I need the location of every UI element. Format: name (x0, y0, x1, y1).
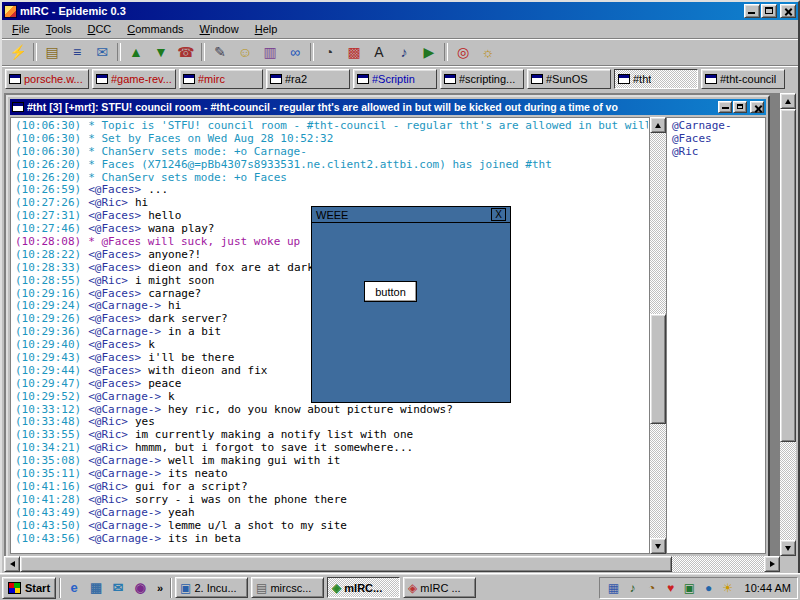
display-settings-icon[interactable]: ▦ (606, 580, 622, 596)
nicklist-item[interactable]: @Carnage- (672, 119, 765, 132)
menubar: File Tools DCC Commands Window Help (2, 20, 798, 39)
message-text: in a bit (168, 325, 221, 338)
maximize-button[interactable] (761, 4, 777, 18)
switchbar-porsche[interactable]: porsche.w... (5, 69, 89, 89)
message-timestamp: (10:33:55) (15, 428, 81, 441)
chat-vertical-scrollbar[interactable] (650, 117, 666, 554)
multimedia-icon[interactable]: ▶ (417, 41, 441, 63)
main-titlebar[interactable]: mIRC - Epidemic 0.3 (2, 2, 798, 20)
channel-close-button[interactable] (750, 101, 764, 113)
chat-area[interactable]: (10:06:30)* Topic is 'STFU! council room… (10, 117, 650, 554)
internet-explorer-icon[interactable]: e (64, 578, 84, 598)
picture-window-weee: WEEE X button (311, 206, 511, 403)
get-file-icon[interactable]: ▼ (149, 41, 173, 63)
nicklist-item[interactable]: @Ric (672, 145, 765, 158)
toolbar-button[interactable] (199, 41, 207, 63)
network-icon[interactable]: ▣ (682, 580, 698, 596)
taskbar-clock[interactable]: 10:44 AM (745, 582, 791, 594)
minimize-button[interactable] (744, 4, 760, 18)
mirc-app-icon (4, 5, 17, 18)
connect-icon[interactable]: ⚡ (6, 41, 30, 63)
task-mirc-active[interactable]: ◈ mIRC... (327, 577, 400, 598)
message-nick: <@Faces> (88, 248, 141, 261)
toolbar-button[interactable] (115, 41, 123, 63)
picture-window-button[interactable]: button (364, 281, 417, 302)
script-editor-icon[interactable]: ✎ (208, 41, 232, 63)
message-nick: <@Carnage-> (88, 467, 161, 480)
address-book-icon[interactable]: ▥ (258, 41, 282, 63)
nicklist-item[interactable]: @Faces (672, 132, 765, 145)
send-file-icon[interactable]: ▲ (124, 41, 148, 63)
channel-title: #tht [3] [+mrt]: STFU! council room - #t… (27, 101, 711, 113)
switchbar-scriptin[interactable]: #Scriptin (353, 69, 437, 89)
outlook-express-icon[interactable]: ✉ (108, 578, 128, 598)
timer-icon[interactable]: ◔ (317, 41, 341, 63)
query-icon[interactable]: ✉ (90, 41, 114, 63)
menu-dcc[interactable]: DCC (79, 21, 119, 37)
scroll-thumb[interactable] (780, 109, 796, 442)
font-icon[interactable]: A (367, 41, 391, 63)
task-incoming[interactable]: ▣ 2. Incu... (175, 577, 248, 598)
channel-minimize-button[interactable] (718, 101, 732, 113)
close-button[interactable] (780, 4, 796, 18)
task-mirc-script[interactable]: ▤ mircsc... (251, 577, 324, 598)
volume-icon[interactable]: ♪ (625, 580, 641, 596)
toolbar-button[interactable] (31, 41, 39, 63)
scroll-thumb[interactable] (650, 314, 666, 424)
task-mirc-2[interactable]: ◈ mIRC ... (403, 577, 476, 598)
switchbar-mirc[interactable]: #mirc (179, 69, 263, 89)
message-text: sorry - i was on the phone there (135, 493, 347, 506)
message-timestamp: (10:29:16) (15, 287, 81, 300)
help-icon[interactable]: ◎ (451, 41, 475, 63)
channels-list-icon[interactable]: ≡ (65, 41, 89, 63)
scroll-up-button[interactable] (650, 117, 666, 133)
picture-window-close-button[interactable]: X (491, 208, 506, 221)
options-icon[interactable]: ▤ (40, 41, 64, 63)
scroll-left-button[interactable] (4, 556, 20, 572)
messenger-icon[interactable]: ● (701, 580, 717, 596)
menu-commands[interactable]: Commands (119, 21, 191, 37)
scroll-down-button[interactable] (650, 538, 666, 554)
switchbar-ra2[interactable]: #ra2 (266, 69, 350, 89)
colors-icon[interactable]: ▩ (342, 41, 366, 63)
scroll-up-button[interactable] (780, 93, 796, 109)
toolbar-button[interactable] (308, 41, 316, 63)
menu-tools[interactable]: Tools (38, 21, 80, 37)
message-text: * Set by Faces on Wed Aug 28 10:52:32 (88, 132, 333, 145)
notify-list-icon[interactable]: ☺ (233, 41, 257, 63)
channel-titlebar[interactable]: #tht [3] [+mrt]: STFU! council room - #t… (10, 99, 766, 115)
sound-icon[interactable]: ♪ (392, 41, 416, 63)
menu-help[interactable]: Help (247, 21, 286, 37)
mdi-horizontal-scrollbar[interactable] (4, 556, 780, 572)
scheduler-icon[interactable]: ◔ (644, 580, 660, 596)
tips-icon[interactable]: ☼ (476, 41, 500, 63)
updates-icon[interactable]: ☀ (720, 580, 736, 596)
message-nick: <@Ric> (88, 428, 128, 441)
switchbar-label: #ra2 (285, 73, 307, 85)
switchbar-label: #game-rev... (111, 73, 172, 85)
dcc-chat-icon[interactable]: ☎ (174, 41, 198, 63)
mdi-vertical-scrollbar[interactable] (780, 93, 796, 556)
message-text: ... (148, 183, 168, 196)
taskbar-divider (59, 578, 61, 598)
menu-file[interactable]: File (4, 21, 38, 37)
scroll-down-button[interactable] (780, 540, 796, 556)
switchbar-tht[interactable]: #tht (614, 69, 698, 89)
start-button[interactable]: Start (2, 577, 56, 599)
switchbar-sunos[interactable]: #SunOS (527, 69, 611, 89)
quick-launch-overflow-chevron[interactable]: » (153, 578, 167, 598)
media-player-icon[interactable]: ◉ (130, 578, 150, 598)
channel-maximize-button[interactable] (733, 101, 747, 113)
switchbar-tht-council[interactable]: #tht-council (701, 69, 785, 89)
switchbar-game-rev[interactable]: #game-rev... (92, 69, 176, 89)
picture-window-titlebar[interactable]: WEEE X (312, 207, 510, 223)
url-list-icon[interactable]: ∞ (283, 41, 307, 63)
scroll-thumb[interactable] (20, 556, 672, 572)
show-desktop-icon[interactable]: ▦ (86, 578, 106, 598)
antivirus-icon[interactable]: ♥ (663, 580, 679, 596)
scroll-right-button[interactable] (764, 556, 780, 572)
message-timestamp: (10:27:31) (15, 209, 81, 222)
toolbar-button[interactable] (442, 41, 450, 63)
switchbar-scripting[interactable]: #scripting... (440, 69, 524, 89)
menu-window[interactable]: Window (192, 21, 247, 37)
